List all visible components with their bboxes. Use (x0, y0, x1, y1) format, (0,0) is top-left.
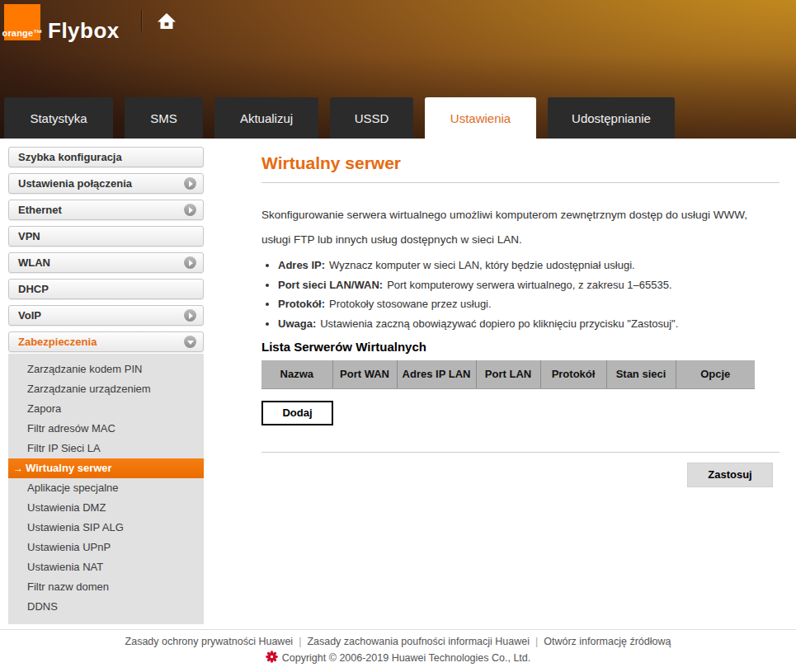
sidebar-item-label: DHCP (18, 283, 49, 295)
col-header-nazwa: Nazwa (261, 360, 332, 388)
hint-item: Adres IP:Wyznacz komputer w sieci LAN, k… (278, 256, 780, 275)
col-header-opcje: Opcje (676, 360, 755, 388)
home-button[interactable] (155, 11, 178, 34)
col-header-port-wan: Port WAN (332, 360, 397, 388)
submenu-item-ddns[interactable]: DDNS (8, 597, 204, 617)
sidebar-item-dhcp[interactable]: DHCP (8, 279, 204, 299)
sidebar: Szybka konfiguracja Ustawienia połączeni… (8, 147, 204, 633)
sidebar-item-label: Ustawienia połączenia (18, 177, 132, 190)
chevron-right-icon (184, 309, 196, 322)
orange-logo-text: orange™ (2, 28, 42, 38)
sidebar-item-vpn[interactable]: VPN (8, 226, 204, 247)
submenu-item-filtr-nazw-domen[interactable]: Filtr nazw domen (8, 577, 204, 597)
submenu-item-zapora[interactable]: Zapora (8, 399, 204, 419)
page-title: Wirtualny serwer (261, 153, 780, 173)
col-header-adres-ip-lan: Adres IP LAN (397, 360, 476, 388)
sidebar-item-label: VoIP (18, 309, 41, 322)
sidebar-item-label: WLAN (18, 256, 50, 269)
hint-item: Uwaga:Ustawienia zaczną obowiązywać dopi… (278, 314, 780, 334)
add-button[interactable]: Dodaj (261, 401, 333, 425)
chevron-right-icon (184, 256, 196, 269)
tab-ussd[interactable]: USSD (330, 97, 413, 139)
brand-bar: orange™ Flybox (0, 0, 796, 97)
submenu-item-wirtualny-serwer[interactable]: Wirtualny serwer (8, 458, 204, 478)
copyright-text: Copyright © 2006-2019 Huawei Technologie… (282, 652, 531, 664)
submenu-item-zarzadzanie-urzadzeniem[interactable]: Zarządzanie urządzeniem (8, 379, 204, 399)
hint-desc: Wyznacz komputer w sieci LAN, który będz… (329, 259, 635, 271)
table-header-row: Nazwa Port WAN Adres IP LAN Port LAN Pro… (261, 360, 755, 388)
product-name: Flybox (48, 18, 120, 44)
hint-term: Protokół: (278, 298, 325, 310)
sidebar-item-voip[interactable]: VoIP (8, 305, 204, 326)
hint-term: Adres IP: (278, 259, 325, 271)
submenu-item-aplikacje-specjalne[interactable]: Aplikacje specjalne (8, 478, 204, 498)
sidebar-item-szybka-konfiguracja[interactable]: Szybka konfiguracja (8, 147, 204, 167)
header-divider (141, 10, 142, 31)
chevron-down-icon (184, 336, 196, 348)
tab-udostepnianie[interactable]: Udostępnianie (548, 97, 675, 139)
submenu-item-zarzadzanie-kodem-pin[interactable]: Zarządzanie kodem PIN (8, 359, 204, 379)
footer-link-open-source[interactable]: Otwórz informację źródłową (544, 636, 671, 647)
sidebar-item-label: Zabezpieczenia (18, 336, 97, 348)
hint-list: Adres IP:Wyznacz komputer w sieci LAN, k… (278, 256, 780, 333)
sidebar-item-label: Ethernet (18, 204, 62, 216)
submenu-item-ustawienia-sip-alg[interactable]: Ustawienia SIP ALG (8, 518, 204, 538)
footer: Zasady ochrony prywatności HuaweiZasady … (0, 629, 796, 672)
col-header-stan-sieci: Stan sieci (606, 360, 676, 388)
apply-button[interactable]: Zastosuj (687, 463, 773, 487)
tab-statystyka[interactable]: Statystyka (4, 97, 113, 139)
footer-links: Zasady ochrony prywatności HuaweiZasady … (0, 636, 796, 647)
submenu-item-filtr-adresow-mac[interactable]: Filtr adresów MAC (8, 419, 204, 439)
intro-text: Skonfigurowanie serwera wirtualnego umoż… (261, 203, 765, 252)
sidebar-item-ethernet[interactable]: Ethernet (8, 200, 204, 220)
security-submenu: Zarządzanie kodem PIN Zarządzanie urządz… (8, 354, 204, 624)
hint-item: Port sieci LAN/WAN:Port komputerowy serw… (278, 275, 780, 295)
submenu-item-filtr-ip-sieci-la[interactable]: Filtr IP Sieci LA (8, 439, 204, 458)
apply-divider (261, 452, 780, 453)
header-region: orange™ Flybox Statystyka SMS Aktualizuj… (0, 0, 796, 139)
sidebar-item-zabezpieczenia[interactable]: Zabezpieczenia (8, 331, 204, 352)
tab-aktualizuj[interactable]: Aktualizuj (214, 97, 318, 139)
virtual-server-table: Nazwa Port WAN Adres IP LAN Port LAN Pro… (261, 360, 755, 389)
hint-term: Port sieci LAN/WAN: (278, 279, 383, 291)
footer-link-confidentiality[interactable]: Zasady zachowania poufności informacji H… (307, 636, 544, 647)
sidebar-item-ustawienia-polaczenia[interactable]: Ustawienia połączenia (8, 173, 204, 194)
orange-logo: orange™ (4, 4, 40, 40)
col-header-protokol: Protokół (540, 360, 606, 388)
hint-term: Uwaga: (278, 317, 316, 330)
page-body: Szybka konfiguracja Ustawienia połączeni… (0, 139, 796, 633)
hint-desc: Protokoły stosowane przez usługi. (329, 298, 492, 310)
submenu-item-ustawienia-dmz[interactable]: Ustawienia DMZ (8, 498, 204, 518)
main-content: Wirtualny serwer Skonfigurowanie serwera… (261, 139, 780, 633)
chevron-right-icon (184, 204, 196, 216)
tab-ustawienia[interactable]: Ustawienia (425, 97, 536, 139)
huawei-logo-icon (266, 651, 278, 665)
copyright-row: Copyright © 2006-2019 Huawei Technologie… (0, 651, 796, 672)
main-tabs: Statystyka SMS Aktualizuj USSD Ustawieni… (0, 97, 796, 139)
submenu-item-ustawienia-nat[interactable]: Ustawienia NAT (8, 557, 204, 577)
home-icon (157, 12, 177, 34)
hint-desc: Ustawienia zaczną obowiązywać dopiero po… (320, 317, 678, 330)
hint-item: Protokół:Protokoły stosowane przez usług… (278, 294, 780, 314)
tab-sms[interactable]: SMS (125, 97, 203, 139)
virtual-server-list-title: Lista Serwerów Wirtualnych (261, 340, 780, 354)
footer-link-privacy[interactable]: Zasady ochrony prywatności Huawei (125, 636, 308, 647)
sidebar-item-label: Szybka konfiguracja (18, 151, 122, 163)
sidebar-item-label: VPN (18, 230, 40, 242)
chevron-right-icon (184, 177, 196, 190)
apply-row: Zastosuj (261, 463, 780, 487)
submenu-item-ustawienia-upnp[interactable]: Ustawienia UPnP (8, 538, 204, 557)
title-divider (261, 182, 780, 183)
hint-desc: Port komputerowy serwera wirtualnego, z … (387, 279, 671, 291)
sidebar-item-wlan[interactable]: WLAN (8, 252, 204, 273)
col-header-port-lan: Port LAN (476, 360, 540, 388)
